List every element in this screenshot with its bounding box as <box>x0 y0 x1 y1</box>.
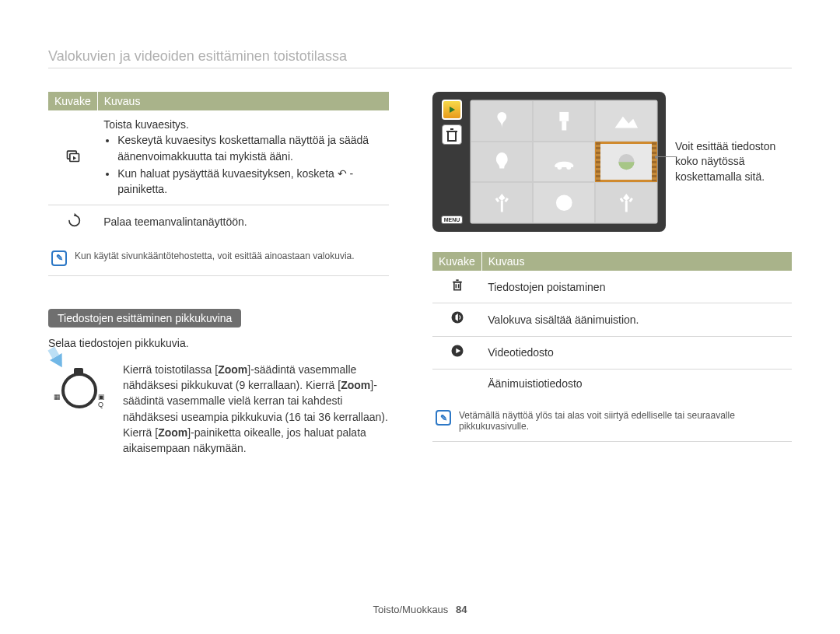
thumb[interactable] <box>533 142 595 183</box>
thumb[interactable] <box>533 100 595 142</box>
thumb-selected[interactable] <box>595 142 657 183</box>
left-column: Kuvake Kuvaus Toista kuvaesitys. <box>48 92 389 457</box>
audio-file-desc: Äänimuistiotiedosto <box>481 369 792 398</box>
svg-rect-11 <box>453 282 460 290</box>
th-desc: Kuvaus <box>97 92 389 110</box>
thumb[interactable] <box>533 182 595 223</box>
back-icon <box>48 205 97 238</box>
video-file-desc: Videotiedosto <box>481 336 792 369</box>
trash-button[interactable] <box>442 124 462 145</box>
right-column: MENU <box>432 92 792 457</box>
trash-icon <box>432 271 481 303</box>
slideshow-desc: Toista kuvaesitys. Keskeytä kuvaesitys k… <box>97 110 389 205</box>
svg-rect-5 <box>559 112 569 121</box>
svg-point-8 <box>566 165 571 170</box>
play-slideshow-button[interactable] <box>442 100 462 120</box>
note-icon: ✎ <box>436 410 451 426</box>
section-sub: Selaa tiedostojen pikkukuvia. <box>48 337 389 349</box>
page-title: Valokuvien ja videoiden esittäminen tois… <box>48 48 792 68</box>
row1-bullet-2: Kun haluat pysäyttää kuvaesityksen, kosk… <box>117 166 383 198</box>
row1-title: Toista kuvaesitys. <box>103 117 383 132</box>
thumb[interactable] <box>471 182 533 223</box>
thumb[interactable] <box>471 142 533 183</box>
video-file-icon <box>432 336 481 369</box>
trash-desc: Tiedostojen poistaminen <box>481 271 792 303</box>
menu-button[interactable]: MENU <box>441 215 464 224</box>
thumbnail-screen: MENU <box>432 92 666 232</box>
th-icon: Kuvake <box>432 252 481 271</box>
svg-point-10 <box>556 194 572 211</box>
th-desc: Kuvaus <box>481 252 792 271</box>
footer: Toisto/Muokkaus 84 <box>0 604 840 615</box>
thumbnail-grid[interactable] <box>470 100 658 224</box>
svg-point-7 <box>557 165 562 170</box>
note-left-text: Kun käytät sivunkääntötehostetta, voit e… <box>75 250 355 261</box>
svg-rect-4 <box>448 131 456 141</box>
note-icon: ✎ <box>51 250 67 266</box>
slideshow-icon <box>48 110 97 205</box>
sound-memo-desc: Valokuva sisältää äänimuistion. <box>481 303 792 336</box>
note-left: ✎ Kun käytät sivunkääntötehostetta, voit… <box>48 241 389 276</box>
callout-text: Voit esittää tiedoston koko näytössä kos… <box>675 139 792 185</box>
footer-section: Toisto/Muokkaus <box>373 604 449 615</box>
zoom-instructions: Kierrä toistotilassa [Zoom]-säädintä vas… <box>123 362 389 457</box>
thumb[interactable] <box>595 100 657 142</box>
icon-description-table-left: Kuvake Kuvaus Toista kuvaesitys. <box>48 92 389 238</box>
note-right-text: Vetämällä näyttöä ylös tai alas voit sii… <box>459 410 786 432</box>
icon-description-table-right: Kuvake Kuvaus Tiedostojen poistaminen Va… <box>432 252 792 398</box>
row1-bullet-1: Keskeytä kuvaesitys koskettamalla näyttö… <box>117 132 383 164</box>
back-desc: Palaa teemanvalintanäyttöön. <box>97 205 389 238</box>
svg-rect-6 <box>562 121 566 130</box>
section-heading: Tiedostojen esittäminen pikkukuvina <box>48 309 241 328</box>
page-number: 84 <box>456 604 467 615</box>
th-icon: Kuvake <box>48 92 97 110</box>
zoom-dial-illustration: ▦ ▣Q <box>48 362 110 408</box>
note-right: ✎ Vetämällä näyttöä ylös tai alas voit s… <box>432 401 792 442</box>
sound-memo-icon <box>432 303 481 336</box>
thumb[interactable] <box>595 182 657 223</box>
thumb[interactable] <box>471 100 533 142</box>
svg-marker-3 <box>450 107 455 113</box>
audio-file-icon <box>432 369 481 398</box>
